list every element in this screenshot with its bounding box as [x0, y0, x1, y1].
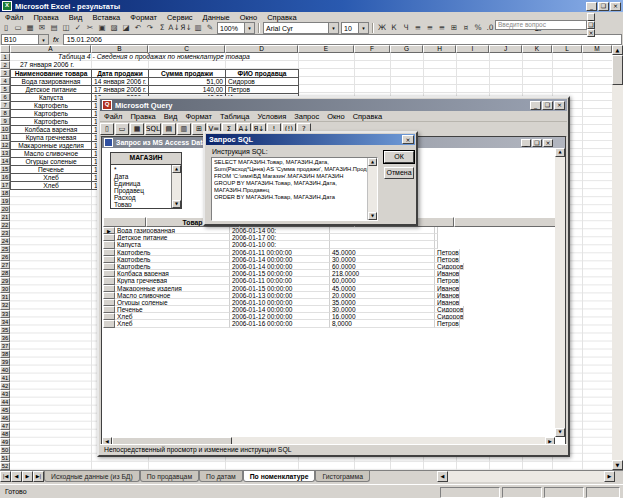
grid-row[interactable]: ▶ Вода газированная 2006-01-14 00: — [103, 227, 559, 234]
sheet-tab[interactable]: Гистограмма — [315, 471, 369, 482]
first-sheet-icon[interactable]: |◀ — [0, 471, 11, 482]
grid-cell-sum[interactable]: 218,0000 — [330, 270, 435, 277]
sort-descending-icon[interactable]: Я↓ — [180, 23, 192, 34]
grid-row[interactable]: Картофель 2006-01-14 00:00:00 60,0000 Си… — [103, 263, 559, 270]
row-number[interactable]: 45 — [0, 406, 10, 414]
row-number[interactable]: 15 — [0, 165, 10, 173]
align-center-icon[interactable]: ≡ — [424, 23, 436, 34]
cell-product[interactable]: Огурцы соленые — [11, 158, 92, 166]
record-selector[interactable] — [103, 313, 115, 320]
workbook-maximize-icon[interactable]: ❏ — [587, 21, 595, 29]
new-query-icon[interactable]: ▯ — [100, 123, 114, 135]
sheet-tab[interactable]: Исходные данные (из БД) — [44, 471, 140, 482]
row-number[interactable]: 7 — [0, 101, 10, 109]
cell-sum[interactable]: 51,00 — [149, 78, 226, 86]
grid-cell-product[interactable]: Огурцы соленые — [115, 299, 230, 306]
field-list-item[interactable]: * — [112, 166, 172, 173]
maximize-icon[interactable]: ❏ — [598, 2, 609, 11]
table-title-cell[interactable]: Таблица 4 - Сведения о продажах по номен… — [10, 53, 298, 61]
grid-row[interactable]: Печенье 2006-01-14 00:00:00 30,0000 Сидо… — [103, 306, 559, 313]
close-icon[interactable]: × — [610, 2, 621, 11]
new-icon[interactable]: ▯ — [0, 23, 12, 34]
row-number[interactable]: 9 — [0, 117, 10, 125]
menu-item[interactable]: Правка — [28, 13, 63, 22]
row-number[interactable]: 19 — [0, 197, 10, 205]
insert-function-icon[interactable]: fx — [53, 35, 59, 44]
cell-seller[interactable]: Петров — [226, 86, 299, 94]
record-selector[interactable] — [103, 249, 115, 256]
grid-cell-date[interactable]: 2006-01-14 00:00:00 — [230, 263, 330, 270]
grid-cell-sum[interactable] — [330, 234, 435, 241]
row-number[interactable]: 49 — [0, 438, 10, 446]
row-number[interactable]: 24 — [0, 237, 10, 245]
grid-cell-product[interactable]: Картофель — [115, 249, 230, 256]
open-icon[interactable]: ▭ — [12, 23, 24, 34]
column-header[interactable]: H — [423, 45, 456, 53]
cell-product[interactable]: Печенье — [11, 166, 92, 174]
column-header[interactable]: E — [298, 45, 354, 53]
row-number[interactable]: 41 — [0, 374, 10, 382]
grid-cell-seller[interactable]: Иванов — [435, 299, 460, 306]
row-number[interactable]: 50 — [0, 446, 10, 454]
prev-sheet-icon[interactable]: ◀ — [11, 471, 22, 482]
grid-cell-product[interactable]: Вода газированная — [115, 227, 230, 234]
scroll-up-icon[interactable]: ▲ — [612, 45, 623, 55]
row-number[interactable]: 8 — [0, 109, 10, 117]
chevron-down-icon[interactable]: ▾ — [244, 23, 254, 33]
paste-icon[interactable]: ▨ — [108, 23, 120, 34]
cell-sum[interactable]: Сумма продажи — [149, 70, 226, 78]
chevron-down-icon[interactable]: ▾ — [358, 23, 368, 33]
grid-cell-product[interactable]: Капуста — [115, 241, 230, 248]
row-number[interactable]: 44 — [0, 398, 10, 406]
cell-product[interactable]: Вода газированная — [11, 78, 92, 86]
scroll-up-icon[interactable]: ▲ — [555, 148, 565, 157]
print-icon[interactable]: ▤ — [48, 23, 60, 34]
menu-item[interactable]: Данные — [198, 13, 235, 22]
grid-cell-sum[interactable]: 35,0000 — [330, 299, 435, 306]
grid-cell-sum[interactable] — [330, 241, 435, 248]
grid-row[interactable]: Картофель 2006-01-14 00:00:00 30,0000 Пе… — [103, 256, 559, 263]
column-header[interactable]: B — [91, 45, 148, 53]
grid-cell-date[interactable]: 2006-01-10 00: — [230, 241, 330, 248]
scroll-down-icon[interactable]: ▼ — [555, 428, 565, 437]
grid-cell-seller[interactable]: Сидоров — [435, 313, 464, 320]
row-number[interactable]: 47 — [0, 422, 10, 430]
menu-item[interactable]: Сервис — [162, 13, 198, 22]
percent-icon[interactable]: % — [472, 23, 484, 34]
grid-cell-product[interactable]: Крупа гречневая — [115, 277, 230, 284]
column-header[interactable]: F — [354, 45, 390, 53]
row-number[interactable]: 3 — [0, 69, 10, 77]
menu-item[interactable]: Вид — [160, 112, 182, 121]
show-criteria-icon[interactable]: ▥ — [177, 123, 191, 135]
grid-cell-product[interactable]: Детское питание — [115, 234, 230, 241]
row-number[interactable]: 31 — [0, 293, 10, 301]
row-number[interactable]: 13 — [0, 149, 10, 157]
grid-cell-sum[interactable]: 20,0000 — [330, 292, 435, 299]
grid-row[interactable]: Крупа гречневая 2006-01-11 00:00:00 60,0… — [103, 277, 559, 284]
grid-cell-seller[interactable] — [435, 234, 438, 241]
grid-cell-date[interactable]: 2006-01-11 00:00:00 — [230, 249, 330, 256]
field-list-table-name[interactable]: МАГАЗИН — [110, 152, 182, 165]
menu-item[interactable]: Справка — [349, 112, 386, 121]
row-number[interactable]: 23 — [0, 229, 10, 237]
menu-item[interactable]: Таблица — [216, 112, 253, 121]
scrollbar-thumb[interactable] — [612, 55, 623, 85]
minimize-icon[interactable]: _ — [521, 139, 531, 147]
record-selector[interactable] — [103, 234, 115, 241]
grid-cell-seller[interactable] — [435, 227, 438, 234]
row-number[interactable]: 21 — [0, 213, 10, 221]
cell-product[interactable]: Картофель — [11, 118, 92, 126]
minimize-icon[interactable]: _ — [586, 2, 597, 11]
field-list-item[interactable]: Единица — [112, 180, 172, 187]
row-number[interactable]: 28 — [0, 269, 10, 277]
cell-seller[interactable]: Сидоров — [226, 78, 299, 86]
cell-product[interactable]: Колбаса вареная — [11, 126, 92, 134]
horizontal-scrollbar[interactable]: ◀ ▶ — [437, 471, 615, 482]
row-number[interactable]: 20 — [0, 205, 10, 213]
select-all-corner[interactable] — [0, 45, 10, 53]
font-name-combo[interactable]: Arial Cyr ▾ — [263, 22, 339, 34]
column-header[interactable]: L — [552, 45, 582, 53]
scroll-up-icon[interactable]: ▲ — [172, 165, 181, 173]
grid-row[interactable]: Капуста 2006-01-10 00: — [103, 241, 559, 248]
menu-item[interactable]: Вид — [64, 13, 88, 22]
